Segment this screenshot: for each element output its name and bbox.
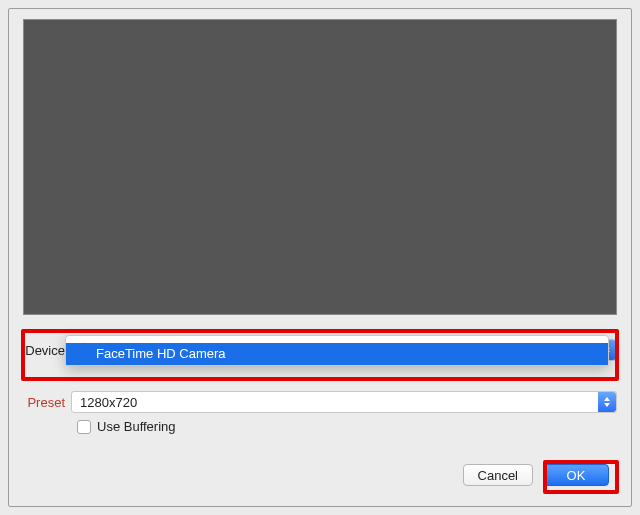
preset-row: Preset 1280x720: [23, 391, 617, 413]
dialog-panel: Device ✓ FaceTime HD Camera Preset 1280x…: [8, 8, 632, 507]
use-buffering-checkbox[interactable]: [77, 420, 91, 434]
video-preview-placeholder: [23, 19, 617, 315]
device-option-current[interactable]: ✓: [66, 336, 608, 343]
stepper-icon: [598, 392, 616, 412]
ok-button[interactable]: OK: [543, 464, 609, 486]
preset-dropdown-value: 1280x720: [80, 395, 137, 410]
cancel-button-label: Cancel: [478, 468, 518, 483]
preset-dropdown[interactable]: 1280x720: [71, 391, 617, 413]
ok-button-label: OK: [567, 468, 586, 483]
use-buffering-label: Use Buffering: [97, 419, 176, 434]
cancel-button[interactable]: Cancel: [463, 464, 533, 486]
dialog-footer: Cancel OK: [463, 464, 609, 486]
device-option-facetime[interactable]: FaceTime HD Camera: [66, 343, 608, 365]
buffering-row: Use Buffering: [23, 419, 617, 434]
preset-label: Preset: [23, 395, 71, 410]
device-dropdown-popup[interactable]: ✓ FaceTime HD Camera: [65, 335, 609, 366]
device-option-facetime-label: FaceTime HD Camera: [96, 346, 226, 361]
device-label: Device: [23, 343, 71, 358]
